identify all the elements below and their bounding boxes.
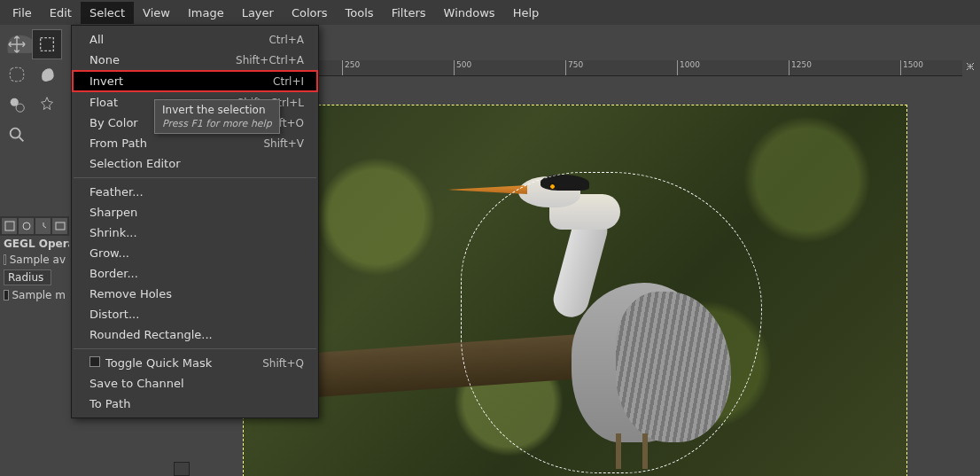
menuitem-label: Grow... — [89, 246, 129, 260]
menu-select[interactable]: Select — [81, 2, 134, 24]
menuitem-label: All — [89, 33, 104, 46]
svg-rect-0 — [41, 38, 54, 51]
svg-point-3 — [11, 129, 20, 138]
svg-point-2 — [16, 104, 24, 112]
menuitem-save-to-channel[interactable]: Save to Channel — [72, 373, 318, 394]
svg-point-5 — [23, 222, 30, 230]
ruler-corner — [174, 462, 190, 476]
menuitem-label: Shrink... — [89, 226, 137, 239]
menuitem-feather[interactable]: Feather... — [72, 182, 318, 202]
tool-options-dock: GEGL Operat Sample av Sample m — [0, 216, 69, 303]
checkbox-icon — [4, 254, 6, 265]
ruler-tick: 750 — [565, 60, 583, 75]
zoom-tool[interactable] — [2, 120, 32, 150]
image-content — [243, 105, 907, 476]
tooltip-title: Invert the selection — [162, 104, 272, 116]
option-label: Sample m — [12, 289, 66, 301]
select-menu-dropdown: AllCtrl+ANoneShift+Ctrl+AInvertCtrl+IFlo… — [71, 25, 319, 418]
dock-tab-history[interactable] — [35, 218, 51, 234]
menuitem-label: From Path — [89, 137, 147, 150]
radius-input[interactable] — [4, 269, 51, 285]
menu-layer[interactable]: Layer — [233, 2, 283, 24]
menuitem-label: None — [89, 53, 120, 66]
menuitem-grow[interactable]: Grow... — [72, 243, 318, 263]
option-label: Sample av — [10, 254, 66, 266]
menu-help[interactable]: Help — [504, 2, 548, 24]
menu-windows[interactable]: Windows — [435, 2, 504, 24]
menu-view[interactable]: View — [134, 2, 179, 24]
menu-file[interactable]: File — [4, 2, 41, 24]
menuitem-shortcut: Shift+Q — [262, 357, 304, 370]
menuitem-label: Toggle Quick Mask — [89, 356, 212, 370]
menuitem-shortcut: Ctrl+A — [268, 34, 304, 46]
dock-tabs — [0, 216, 69, 236]
menuitem-label: Float — [89, 96, 118, 109]
menuitem-shortcut: Shift+V — [263, 137, 304, 150]
menuitem-rounded-rectangle[interactable]: Rounded Rectangle... — [72, 324, 318, 345]
menuitem-label: Rounded Rectangle... — [89, 328, 213, 341]
menuitem-label: Sharpen — [89, 206, 137, 219]
menuitem-all[interactable]: AllCtrl+A — [72, 29, 318, 50]
menuitem-shortcut: Shift+Ctrl+A — [236, 54, 304, 66]
menu-tools[interactable]: Tools — [337, 2, 383, 24]
clone-tool[interactable] — [2, 90, 32, 120]
dock-tab-image[interactable] — [52, 218, 67, 234]
menuitem-shortcut: Ctrl+I — [273, 75, 304, 88]
tooltip-hint: Press F1 for more help — [162, 118, 272, 129]
menuitem-label: Distort... — [89, 308, 139, 321]
menuitem-shrink[interactable]: Shrink... — [72, 222, 318, 243]
navigate-icon[interactable] — [964, 60, 976, 73]
menu-separator — [74, 348, 316, 349]
ruler-tick: 500 — [454, 60, 471, 75]
svg-rect-4 — [5, 222, 14, 230]
menuitem-distort[interactable]: Distort... — [72, 304, 318, 324]
menuitem-toggle-quick-mask[interactable]: Toggle Quick MaskShift+Q — [72, 353, 318, 373]
menu-edit[interactable]: Edit — [41, 2, 81, 24]
option-sample-merged[interactable]: Sample m — [0, 287, 69, 303]
ruler-tick: 1500 — [900, 60, 923, 75]
ruler-tick: 1000 — [677, 60, 700, 75]
menu-colors[interactable]: Colors — [283, 2, 337, 24]
menuitem-invert[interactable]: InvertCtrl+I — [72, 70, 318, 92]
menuitem-label: Remove Holes — [89, 287, 172, 300]
checkbox-icon — [89, 356, 100, 367]
menuitem-label: Border... — [89, 267, 138, 280]
menubar: FileEditSelectViewImageLayerColorsToolsF… — [0, 0, 980, 25]
menuitem-label: Feather... — [89, 185, 144, 199]
move-tool[interactable] — [2, 29, 32, 59]
menuitem-border[interactable]: Border... — [72, 263, 318, 284]
dock-tab-device[interactable] — [19, 218, 34, 234]
free-select-tool[interactable] — [2, 59, 32, 90]
menu-separator — [74, 177, 316, 178]
menuitem-label: To Path — [89, 397, 130, 410]
checkbox-icon — [4, 290, 9, 300]
menuitem-remove-holes[interactable]: Remove Holes — [72, 284, 318, 304]
ruler-tick: 1250 — [789, 60, 812, 75]
ruler-tick: 250 — [342, 60, 360, 75]
menu-filters[interactable]: Filters — [383, 2, 435, 24]
heron-subject — [465, 176, 758, 469]
option-sample-average[interactable]: Sample av — [0, 252, 69, 268]
option-radius — [0, 268, 69, 287]
smudge-tool[interactable] — [32, 59, 62, 90]
menuitem-to-path[interactable]: To Path — [72, 394, 318, 414]
dock-tab-tool-options[interactable] — [2, 218, 17, 234]
fuzzy-select-tool[interactable] — [32, 90, 62, 120]
menuitem-label: By Color — [89, 116, 138, 129]
menuitem-label: Selection Editor — [89, 157, 181, 170]
menuitem-label: Invert — [89, 74, 123, 88]
menuitem-none[interactable]: NoneShift+Ctrl+A — [72, 50, 318, 70]
menuitem-selection-editor[interactable]: Selection Editor — [72, 153, 318, 174]
menuitem-label: Save to Channel — [89, 377, 184, 390]
svg-rect-6 — [56, 222, 65, 230]
tool-options-title: GEGL Operat — [0, 236, 69, 252]
empty-tool-slot — [32, 120, 62, 150]
menuitem-from-path[interactable]: From PathShift+V — [72, 133, 318, 153]
menuitem-sharpen[interactable]: Sharpen — [72, 202, 318, 222]
tooltip: Invert the selection Press F1 for more h… — [154, 99, 280, 134]
menu-image[interactable]: Image — [179, 2, 233, 24]
rect-select-tool[interactable] — [32, 29, 62, 59]
toolbox — [2, 29, 66, 150]
